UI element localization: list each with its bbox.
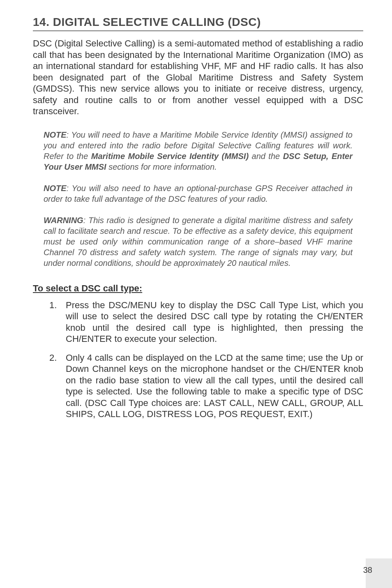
subheading-select-dsc-call-type: To select a DSC call type: — [33, 283, 363, 294]
step-1: 1. Press the DSC/MENU key to display the… — [49, 300, 363, 345]
note-1-post: sections for more information. — [106, 162, 217, 171]
intro-paragraph: DSC (Digital Selective Calling) is a sem… — [33, 38, 363, 117]
step-1-number: 1. — [49, 300, 57, 345]
page-number: 38 — [363, 565, 372, 575]
warning-body: : This radio is designed to generate a d… — [44, 216, 353, 267]
note-2-lead: NOTE — [44, 184, 67, 193]
steps-list: 1. Press the DSC/MENU key to display the… — [33, 300, 363, 420]
warning: WARNING: This radio is designed to gener… — [33, 215, 363, 268]
step-2: 2. Only 4 calls can be displayed on the … — [49, 352, 363, 420]
note-1-mid: and the — [249, 152, 283, 161]
step-1-body: Press the DSC/MENU key to display the DS… — [66, 300, 363, 345]
note-1-lead: NOTE — [44, 130, 67, 139]
note-1: NOTE: You will need to have a Maritime M… — [33, 129, 363, 172]
step-2-number: 2. — [49, 352, 57, 420]
warning-lead: WARNING — [44, 216, 83, 225]
step-2-body: Only 4 calls can be displayed on the LCD… — [66, 352, 363, 420]
note-2-body: : You will also need to have an optional… — [44, 184, 353, 203]
section-title: 14. DIGITAL SELECTIVE CALLING (DSC) — [33, 16, 363, 31]
note-2: NOTE: You will also need to have an opti… — [33, 183, 363, 204]
note-1-link-mmsi: Maritime Mobile Service Identity (MMSI) — [91, 152, 249, 161]
